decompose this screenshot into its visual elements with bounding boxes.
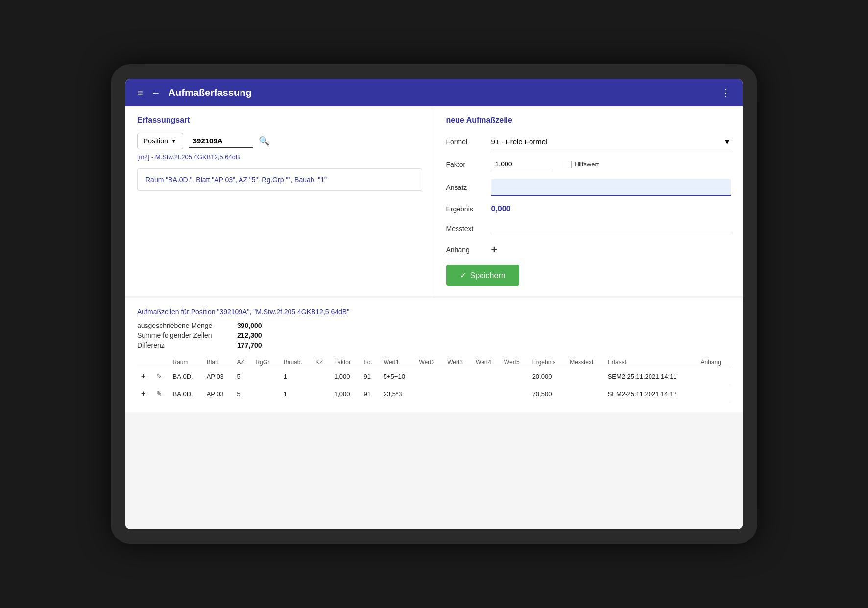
anhang-row: Anhang + [446,243,731,256]
col-faktor: Faktor [330,357,360,368]
device-frame: ≡ ← Aufmaßerfassung ⋮ Erfassungsart Posi… [111,64,757,544]
formel-chevron-down-icon: ▼ [723,138,731,146]
position-input[interactable] [189,135,253,148]
row-add-icon[interactable]: + [141,389,145,398]
col-fo: Fo. [360,357,379,368]
ansatz-row: Ansatz [446,179,731,196]
formel-dropdown-container: 91 - Freie Formel ▼ [491,135,731,149]
right-panel: neue Aufmaßzeile Formel 91 - Freie Forme… [434,106,743,296]
bottom-section: Aufmaßzeilen für Position "392109A", "M.… [125,298,743,412]
cell-raum: BA.0D. [169,368,203,385]
row-edit-icon[interactable]: ✎ [156,390,162,398]
col-wert3: Wert3 [443,357,472,368]
col-wert4: Wert4 [472,357,500,368]
formel-label: Formel [446,138,485,146]
hilfswert-row: Hilfswert [564,161,599,168]
row-add-icon[interactable]: + [141,372,145,380]
col-messtext: Messtext [566,357,603,368]
cell-rggrp [251,385,279,402]
save-button[interactable]: ✓ Speichern [446,265,519,286]
col-action1 [137,357,152,368]
formel-row: Formel 91 - Freie Formel ▼ [446,135,731,149]
cell-wert5 [500,368,529,385]
cell-erfasst: SEM2-25.11.2021 14:11 [604,368,697,385]
cell-rggrp [251,368,279,385]
summary-differenz-row: Differenz 177,700 [137,341,731,349]
cell-raum: BA.0D. [169,385,203,402]
aufmaszeilen-table: Raum Blatt AZ RgGr. Bauab. KZ Faktor Fo.… [137,357,731,402]
cell-wert3 [443,385,472,402]
col-action2 [152,357,169,368]
ergebnis-value: 0,000 [491,205,511,213]
ansatz-label: Ansatz [446,184,485,191]
erfassungsart-title: Erfassungsart [137,116,422,125]
summary-menge-value: 390,000 [237,322,262,329]
formel-dropdown[interactable]: 91 - Freie Formel ▼ [491,135,731,149]
cell-wert1: 5+5+10 [380,368,415,385]
anhang-label: Anhang [446,246,485,254]
anhang-add-icon[interactable]: + [491,243,498,256]
col-rggrp: RgGr. [251,357,279,368]
ergebnis-label: Ergebnis [446,205,485,213]
messtext-row: Messtext [446,222,731,234]
main-content: Erfassungsart Position ▼ 🔍 [m2] - M.Stw.… [125,106,743,529]
cell-anhang [697,385,731,402]
cell-kz [312,368,330,385]
chevron-down-icon: ▼ [171,138,177,144]
messtext-input[interactable] [491,222,731,234]
more-options-icon[interactable]: ⋮ [717,83,735,102]
back-icon[interactable]: ← [147,83,165,102]
search-icon[interactable]: 🔍 [259,136,269,146]
formel-value: 91 - Freie Formel [491,138,548,146]
ansatz-input[interactable] [491,179,731,196]
faktor-input[interactable] [491,158,550,170]
summary-summe-row: Summe folgender Zeilen 212,300 [137,331,731,339]
cell-blatt: AP 03 [203,368,233,385]
cell-bauab: 1 [280,385,312,402]
hilfswert-label: Hilfswert [575,161,599,168]
cell-ergebnis: 20,000 [529,368,566,385]
cell-messtext [566,368,603,385]
summary-summe-label: Summe folgender Zeilen [137,331,225,339]
position-dropdown[interactable]: Position ▼ [137,133,183,149]
faktor-row: Faktor Hilfswert [446,158,731,170]
cell-messtext [566,385,603,402]
cell-wert2 [415,385,443,402]
cell-fo: 91 [360,385,379,402]
col-raum: Raum [169,357,203,368]
col-erfasst: Erfasst [604,357,697,368]
screen: ≡ ← Aufmaßerfassung ⋮ Erfassungsart Posi… [125,79,743,529]
cell-anhang [697,368,731,385]
table-row: + ✎ BA.0D. AP 03 5 1 1,000 91 5+5+10 20,… [137,368,731,385]
aufmaszeilen-title: Aufmaßzeilen für Position "392109A", "M.… [137,308,731,316]
row-edit-icon[interactable]: ✎ [156,373,162,380]
col-wert1: Wert1 [380,357,415,368]
cell-wert4 [472,368,500,385]
hilfswert-checkbox[interactable] [564,161,572,168]
cell-ergebnis: 70,500 [529,385,566,402]
position-unit-label: [m2] - M.Stw.2f.205 4GKB12,5 64dB [137,153,422,161]
table-header-row: Raum Blatt AZ RgGr. Bauab. KZ Faktor Fo.… [137,357,731,368]
cell-wert2 [415,368,443,385]
menu-icon[interactable]: ≡ [133,83,147,102]
faktor-label: Faktor [446,161,485,168]
check-icon: ✓ [460,271,466,280]
col-ergebnis: Ergebnis [529,357,566,368]
summary-menge-label: ausgeschriebene Menge [137,322,225,329]
summary-summe-value: 212,300 [237,331,262,339]
app-header: ≡ ← Aufmaßerfassung ⋮ [125,79,743,106]
top-section: Erfassungsart Position ▼ 🔍 [m2] - M.Stw.… [125,106,743,296]
context-info: Raum "BA.0D.", Blatt "AP 03", AZ "5", Rg… [137,168,422,191]
col-kz: KZ [312,357,330,368]
col-bauab: Bauab. [280,357,312,368]
cell-wert4 [472,385,500,402]
summary-differenz-value: 177,700 [237,341,262,349]
position-dropdown-label: Position [144,137,168,145]
cell-faktor: 1,000 [330,385,360,402]
cell-az: 5 [233,368,252,385]
col-anhang: Anhang [697,357,731,368]
cell-erfasst: SEM2-25.11.2021 14:17 [604,385,697,402]
summary-differenz-label: Differenz [137,341,225,349]
col-wert5: Wert5 [500,357,529,368]
cell-wert3 [443,368,472,385]
